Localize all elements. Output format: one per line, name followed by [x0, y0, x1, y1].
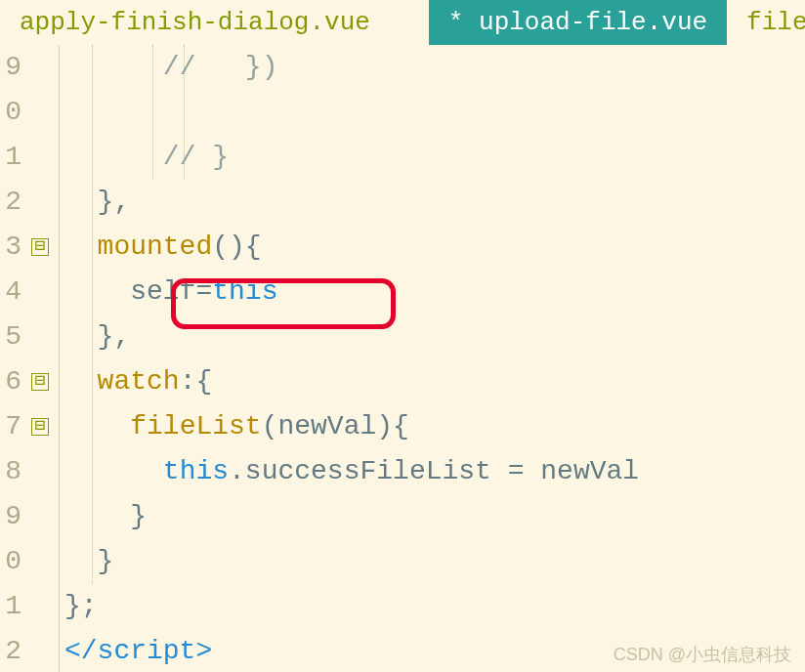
this-token: this	[212, 276, 277, 307]
code-line[interactable]: self=this	[64, 270, 805, 315]
line-number: 5	[0, 315, 21, 359]
tab-bar: apply-finish-dialog.vue * upload-file.vu…	[0, 0, 805, 45]
fold-toggle-icon[interactable]: ⊟	[31, 418, 49, 436]
line-number: 2	[0, 629, 21, 672]
line-number: 0	[0, 90, 21, 135]
comment-token: // })	[163, 52, 278, 82]
comment-token: // }	[163, 142, 229, 172]
watermark-text: CSDN @小虫信息科技	[614, 643, 791, 666]
method-token: mounted	[98, 231, 213, 262]
punct-token: },	[98, 321, 131, 352]
line-number: 1	[0, 584, 21, 629]
property-token: watch	[98, 366, 180, 397]
tag-token: </	[64, 636, 98, 666]
this-token: this	[163, 456, 229, 486]
line-number: 9	[0, 494, 21, 539]
line-number: 7	[0, 404, 21, 449]
punct-token: (newVal){	[262, 411, 409, 441]
punct-token: :{	[180, 366, 213, 397]
code-line[interactable]: };	[64, 584, 805, 629]
line-number: 3	[0, 225, 21, 270]
punct-token: }	[130, 501, 147, 531]
tab-upload-file[interactable]: * upload-file.vue	[429, 0, 727, 45]
line-number: 1	[0, 135, 21, 180]
line-number: 8	[0, 449, 21, 494]
code-line[interactable]: },	[64, 315, 805, 359]
punct-token: },	[98, 187, 131, 217]
line-number: 6	[0, 359, 21, 404]
code-token: .successFileList = newVal	[229, 456, 639, 486]
code-line[interactable]: watch:{	[64, 359, 805, 404]
tab-apply-finish[interactable]: apply-finish-dialog.vue	[0, 0, 390, 45]
ident-token: self	[130, 276, 195, 307]
code-editor[interactable]: 9 0 1 2 3 4 5 6 7 8 9 0 1 2 ⊟ ⊟ ⊟ //	[0, 45, 805, 672]
punct-token: }	[98, 546, 114, 576]
fold-gutter: ⊟ ⊟ ⊟	[21, 45, 59, 672]
code-line[interactable]: // })	[64, 45, 805, 90]
method-token: fileList	[130, 411, 261, 441]
code-area[interactable]: // }) // } }, mounted(){ self=this }, wa…	[59, 45, 805, 672]
code-line[interactable]: },	[64, 180, 805, 225]
code-line[interactable]	[64, 90, 805, 135]
tab-file-js[interactable]: file.js	[727, 0, 805, 45]
line-number-gutter: 9 0 1 2 3 4 5 6 7 8 9 0 1 2	[0, 45, 21, 672]
code-line[interactable]: fileList(newVal){	[64, 404, 805, 449]
op-token: =	[195, 276, 212, 307]
fold-toggle-icon[interactable]: ⊟	[31, 238, 49, 256]
punct-token: };	[64, 591, 98, 621]
code-line[interactable]: // }	[64, 135, 805, 180]
tag-token: >	[195, 636, 212, 666]
code-line[interactable]: this.successFileList = newVal	[64, 449, 805, 494]
tag-token: script	[98, 636, 196, 666]
code-line[interactable]: }	[64, 494, 805, 539]
fold-toggle-icon[interactable]: ⊟	[31, 373, 49, 391]
line-number: 0	[0, 539, 21, 584]
code-line[interactable]: mounted(){	[64, 225, 805, 270]
line-number: 4	[0, 270, 21, 315]
line-number: 2	[0, 180, 21, 225]
code-line[interactable]: }	[64, 539, 805, 584]
punct-token: (){	[212, 231, 261, 262]
line-number: 9	[0, 45, 21, 90]
